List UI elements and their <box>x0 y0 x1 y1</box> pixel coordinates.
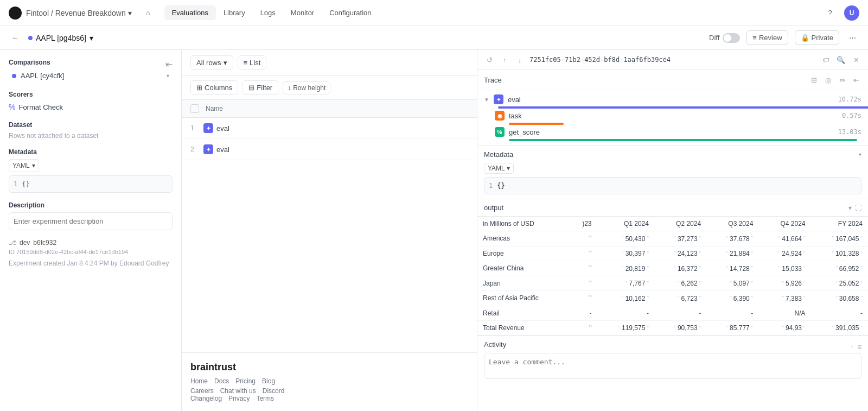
table-row[interactable]: 1 ✦ eval <box>182 118 477 139</box>
yaml-select[interactable]: YAML ▾ <box>9 159 39 172</box>
metadata-section-header[interactable]: Metadata ▾ <box>477 146 868 163</box>
nav-up-icon[interactable]: ↑ <box>499 54 510 65</box>
table-row[interactable]: 2 ✦ eval <box>182 139 477 160</box>
close-quote-icon[interactable]: " <box>803 325 806 331</box>
list-button[interactable]: ≡ List <box>238 55 267 70</box>
close-quote-icon[interactable]: " <box>803 295 806 301</box>
open-quote-icon[interactable]: " <box>678 281 680 287</box>
open-quote-icon[interactable]: " <box>674 236 676 242</box>
open-quote-icon[interactable]: " <box>832 236 834 242</box>
footer-changelog[interactable]: Changelog <box>190 395 222 402</box>
close-quote-icon[interactable]: " <box>803 265 806 271</box>
trace-item-chevron[interactable]: ▼ <box>484 97 489 103</box>
avatar[interactable]: U <box>844 5 859 21</box>
nav-down-icon[interactable]: ↓ <box>514 54 525 65</box>
close-quote-icon[interactable]: " <box>647 295 649 301</box>
footer-chat[interactable]: Chat with us <box>220 387 256 395</box>
open-quote-icon[interactable]: " <box>782 325 784 331</box>
open-quote-icon[interactable]: " <box>726 325 729 331</box>
close-quote-icon[interactable]: " <box>699 295 701 301</box>
open-quote-icon[interactable]: " <box>778 251 781 257</box>
footer-home[interactable]: Home <box>190 377 208 385</box>
footer-privacy[interactable]: Privacy <box>228 395 250 402</box>
open-quote-icon[interactable]: " <box>626 281 628 287</box>
select-all-checkbox[interactable] <box>190 104 199 113</box>
close-quote-icon[interactable]: " <box>803 251 806 257</box>
scroll-up-btn[interactable]: ↑ <box>850 343 853 351</box>
home-icon[interactable]: ⌂ <box>141 5 156 21</box>
scorer-item[interactable]: % Format Check <box>9 102 173 112</box>
close-quote-icon[interactable]: " <box>647 325 649 331</box>
close-quote-icon[interactable]: " <box>860 325 863 331</box>
open-quote-icon[interactable]: " <box>730 281 732 287</box>
search-icon[interactable]: 🔍 <box>835 54 846 65</box>
page-title-chevron[interactable]: ▾ <box>90 34 93 42</box>
nav-configuration[interactable]: Configuration <box>322 5 379 20</box>
footer-blog[interactable]: Blog <box>262 377 275 385</box>
close-quote-icon[interactable]: " <box>699 281 701 287</box>
open-quote-icon[interactable]: " <box>678 295 680 301</box>
close-quote-icon[interactable]: " <box>647 281 649 287</box>
collapse-icon[interactable]: ⇤ <box>165 59 173 69</box>
close-quote-icon[interactable]: " <box>751 325 754 331</box>
footer-docs[interactable]: Docs <box>214 377 229 385</box>
open-quote-icon[interactable]: " <box>782 281 784 287</box>
close-quote-icon[interactable]: " <box>647 236 649 242</box>
nav-brand[interactable]: Fintool / Revenue Breakdown ▾ <box>26 9 132 17</box>
open-quote-icon[interactable]: " <box>835 295 838 301</box>
open-quote-icon[interactable]: " <box>674 251 676 257</box>
close-quote-icon[interactable]: " <box>751 251 754 257</box>
close-quote-icon[interactable]: " <box>699 236 701 242</box>
private-button[interactable]: 🔒 Private <box>795 30 839 45</box>
trace-collapse-icon[interactable]: ⇤ <box>851 74 861 85</box>
tag-icon[interactable]: 🏷 <box>820 54 831 65</box>
comparison-item[interactable]: AAPL [cy4cfk] ▾ <box>9 69 173 82</box>
open-quote-icon[interactable]: " <box>622 265 624 271</box>
open-quote-icon[interactable]: " <box>832 251 834 257</box>
open-quote-icon[interactable]: " <box>622 236 624 242</box>
open-quote-icon[interactable]: " <box>726 265 729 271</box>
nav-library[interactable]: Library <box>216 5 253 20</box>
footer-careers[interactable]: Careers <box>190 387 214 395</box>
open-quote-icon[interactable]: " <box>726 251 729 257</box>
trace-split-icon[interactable]: ⇔ <box>837 74 847 85</box>
open-quote-icon[interactable]: " <box>726 236 729 242</box>
close-quote-icon[interactable]: " <box>699 251 701 257</box>
help-icon[interactable]: ? <box>822 5 838 21</box>
close-quote-icon[interactable]: " <box>699 325 701 331</box>
open-quote-icon[interactable]: " <box>674 325 676 331</box>
review-button[interactable]: ≡ Review <box>746 30 788 45</box>
close-quote-icon[interactable]: " <box>647 251 649 257</box>
close-quote-icon[interactable]: " <box>860 251 863 257</box>
open-quote-icon[interactable]: " <box>835 281 838 287</box>
open-quote-icon[interactable]: " <box>832 325 834 331</box>
close-quote-icon[interactable]: " <box>860 281 863 287</box>
close-quote-icon[interactable]: " <box>803 281 806 287</box>
filter-button[interactable]: ⊟ Filter <box>242 80 278 95</box>
open-quote-icon[interactable]: " <box>618 325 620 331</box>
close-quote-icon[interactable]: " <box>751 236 754 242</box>
nav-monitor[interactable]: Monitor <box>283 5 322 20</box>
all-rows-button[interactable]: All rows ▾ <box>190 55 233 70</box>
nav-logs[interactable]: Logs <box>253 5 283 20</box>
footer-discord[interactable]: Discord <box>263 387 285 395</box>
more-button[interactable]: ⋯ <box>846 31 859 44</box>
close-quote-icon[interactable]: " <box>860 295 863 301</box>
open-quote-icon[interactable]: " <box>674 265 676 271</box>
open-quote-icon[interactable]: " <box>782 295 784 301</box>
close-icon[interactable]: ✕ <box>851 54 861 65</box>
diff-toggle-switch[interactable] <box>723 33 740 43</box>
close-quote-icon[interactable]: " <box>860 236 863 242</box>
close-quote-icon[interactable]: " <box>699 265 701 271</box>
footer-terms[interactable]: Terms <box>256 395 274 402</box>
output-fullscreen-icon[interactable]: ⛶ <box>855 204 861 212</box>
refresh-icon[interactable]: ↺ <box>484 54 495 65</box>
footer-pricing[interactable]: Pricing <box>235 377 256 385</box>
columns-button[interactable]: ⊞ Columns <box>190 80 238 95</box>
open-quote-icon[interactable]: " <box>835 265 838 271</box>
open-quote-icon[interactable]: " <box>778 265 781 271</box>
open-quote-icon[interactable]: " <box>778 236 781 242</box>
yaml-tag[interactable]: YAML ▾ <box>484 163 514 174</box>
trace-grid-icon[interactable]: ⊞ <box>808 74 819 85</box>
row-height-button[interactable]: ↕ Row height <box>283 81 330 94</box>
